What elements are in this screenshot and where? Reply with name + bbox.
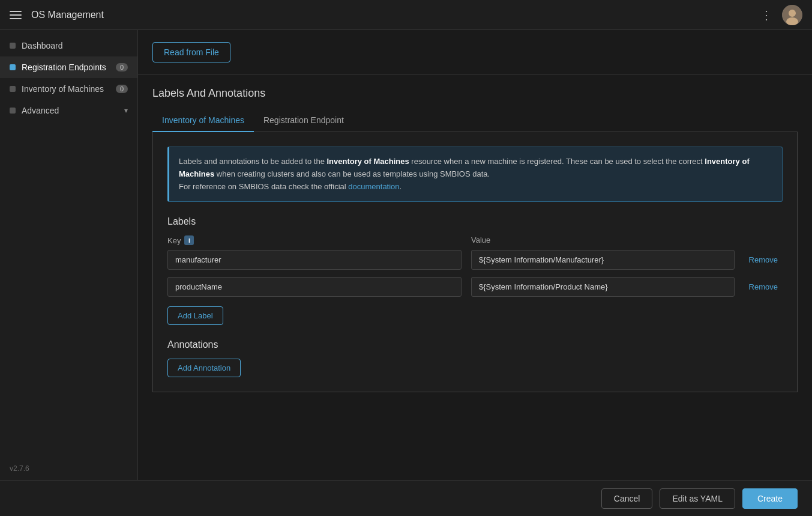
content-top: Read from File: [138, 30, 812, 75]
inventory-icon: [10, 86, 16, 92]
annotations-subsection: Annotations Add Annotation: [167, 339, 783, 377]
sidebar-item-label: Inventory of Machines: [22, 84, 104, 94]
sidebar-item-label: Dashboard: [22, 41, 63, 50]
registration-endpoints-icon: [10, 64, 16, 70]
sidebar: Dashboard Registration Endpoints 0 Inven…: [0, 30, 138, 480]
more-options-icon[interactable]: ⋮: [758, 5, 775, 25]
topbar-actions: ⋮: [758, 5, 802, 25]
inventory-badge: 0: [116, 85, 128, 93]
main-layout: Dashboard Registration Endpoints 0 Inven…: [0, 30, 812, 480]
info-bold-1: Inventory of Machines: [326, 157, 409, 166]
sidebar-item-inventory-of-machines[interactable]: Inventory of Machines 0: [0, 78, 137, 100]
info-text-4: .: [400, 182, 402, 191]
annotations-title: Annotations: [167, 339, 783, 350]
content-area: Read from File Labels And Annotations In…: [138, 30, 812, 480]
tab-registration-endpoint[interactable]: Registration Endpoint: [254, 109, 353, 132]
labels-annotations-section: Labels And Annotations Inventory of Mach…: [138, 75, 812, 480]
label-row: Remove: [167, 250, 783, 270]
info-text-3: when creating clusters and also can be u…: [179, 169, 490, 191]
read-from-file-button[interactable]: Read from File: [152, 42, 230, 62]
bottom-action-bar: Cancel Edit as YAML Create: [0, 480, 812, 516]
sidebar-item-dashboard[interactable]: Dashboard: [0, 35, 137, 56]
chevron-down-icon: ▾: [124, 106, 128, 115]
label-value-input-1[interactable]: [471, 277, 735, 297]
field-headers: Key i Value: [167, 235, 783, 245]
tab-inventory-of-machines[interactable]: Inventory of Machines: [152, 109, 254, 132]
labels-subsection: Labels Key i Value Remove: [167, 216, 783, 325]
remove-label-button-0[interactable]: Remove: [744, 253, 783, 267]
add-label-button[interactable]: Add Label: [167, 306, 223, 325]
menu-icon[interactable]: [10, 11, 22, 19]
label-key-input-0[interactable]: [167, 250, 462, 270]
user-avatar[interactable]: [782, 5, 802, 25]
create-button[interactable]: Create: [742, 488, 798, 509]
sidebar-item-label: Registration Endpoints: [22, 62, 106, 72]
svg-point-1: [789, 10, 796, 17]
key-info-icon: i: [184, 235, 194, 245]
sidebar-nav: Dashboard Registration Endpoints 0 Inven…: [0, 35, 137, 121]
advanced-icon: [10, 108, 16, 114]
value-header: Value: [471, 235, 783, 245]
label-key-input-1[interactable]: [167, 277, 462, 297]
section-title: Labels And Annotations: [152, 87, 798, 100]
topbar: OS Management ⋮: [0, 0, 812, 30]
info-box: Labels and annotations to be added to th…: [167, 147, 783, 202]
cancel-button[interactable]: Cancel: [601, 488, 653, 509]
key-header: Key i: [167, 235, 462, 245]
app-title: OS Management: [31, 10, 758, 20]
tab-content: Labels and annotations to be added to th…: [152, 132, 798, 392]
tab-bar: Inventory of Machines Registration Endpo…: [152, 109, 798, 132]
sidebar-item-advanced[interactable]: Advanced ▾: [0, 100, 137, 121]
edit-yaml-button[interactable]: Edit as YAML: [660, 488, 735, 509]
dashboard-icon: [10, 43, 16, 49]
sidebar-item-registration-endpoints[interactable]: Registration Endpoints 0: [0, 56, 137, 78]
label-value-input-0[interactable]: [471, 250, 735, 270]
registration-endpoints-badge: 0: [116, 63, 128, 71]
sidebar-item-label: Advanced: [22, 106, 59, 115]
add-annotation-button[interactable]: Add Annotation: [167, 359, 241, 377]
info-text-1: Labels and annotations to be added to th…: [179, 157, 326, 166]
label-row: Remove: [167, 277, 783, 297]
documentation-link[interactable]: documentation: [348, 182, 399, 191]
version-label: v2.7.6: [0, 457, 137, 480]
remove-label-button-1[interactable]: Remove: [744, 280, 783, 294]
labels-title: Labels: [167, 216, 783, 227]
info-text-2: resource when a new machine is registere…: [409, 157, 705, 166]
